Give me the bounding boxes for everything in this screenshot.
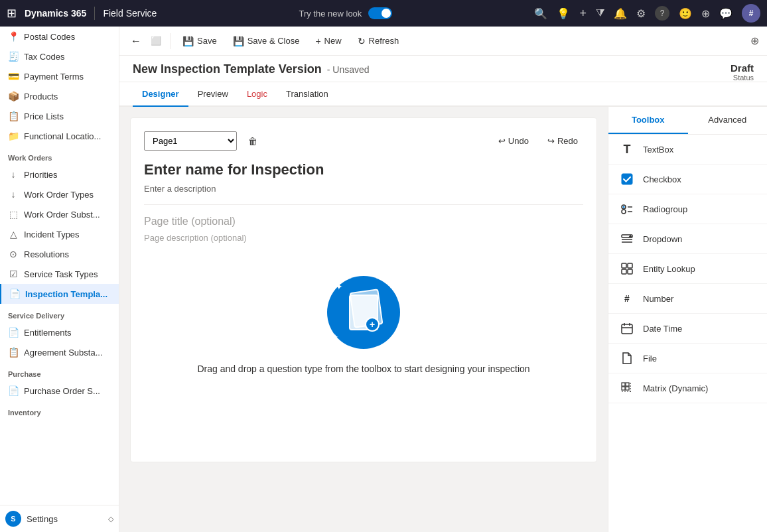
delete-page-button[interactable]: 🗑 [242,132,263,151]
sidebar-item-payment-terms[interactable]: 💳 Payment Terms [0,66,119,86]
sidebar-item-tax-codes[interactable]: 🧾 Tax Codes [0,46,119,66]
undo-button[interactable]: ↩ Undo [493,133,534,149]
date-time-icon [619,320,635,336]
sidebar-item-postal-codes[interactable]: 📍 Postal Codes [0,27,119,46]
topbar-divider [94,7,95,20]
redo-button[interactable]: ↪ Redo [542,133,583,149]
sidebar-item-agreement-subst[interactable]: 📋 Agreement Substa... [0,342,119,362]
sidebar-item-incident-types[interactable]: △ Incident Types [0,224,119,244]
status-sublabel: Status [731,74,754,82]
plus-badge: + [365,317,380,332]
toolbox-panel: Toolbox Advanced T TextBox Checkbox [608,107,767,532]
work-order-types-icon: ↓ [8,189,19,200]
gear-icon[interactable]: ⚙ [636,7,646,20]
chat-icon[interactable]: 💬 [719,7,732,20]
new-button[interactable]: + New [309,33,348,50]
inspection-templates-icon: 📄 [9,289,20,299]
lightbulb-icon[interactable]: 💡 [557,7,570,20]
designer-area: Page1 🗑 ↩ Undo ↪ Redo [119,107,767,532]
sparkle-tl: ✦ [335,281,343,292]
refresh-button[interactable]: ↻ Refresh [351,33,406,50]
functional-locations-icon: 📁 [8,131,19,141]
canvas-inner: Page1 🗑 ↩ Undo ↪ Redo [130,117,597,462]
plus-icon[interactable]: + [579,7,587,21]
topbar-center: Try the new look [165,7,526,19]
purchase-order-icon: 📄 [8,385,19,396]
textbox-icon: T [619,141,635,157]
matrix-dynamic-label: Matrix (Dynamic) [643,383,708,393]
number-label: Number [643,294,673,304]
toolbox-tabs: Toolbox Advanced [608,107,767,135]
toolbox-item-textbox[interactable]: T TextBox [608,135,767,165]
sidebar-item-entitlements[interactable]: 📄 Entitlements [0,322,119,342]
maximize-button[interactable]: ⬜ [147,33,165,49]
search-icon[interactable]: 🔍 [534,7,547,20]
sidebar-item-inspection-templates[interactable]: 📄 Inspection Templa... [0,284,119,304]
toolbox-item-radiogroup[interactable]: Radiogroup [608,194,767,224]
sidebar: 📍 Postal Codes 🧾 Tax Codes 💳 Payment Ter… [0,27,119,532]
new-look-toggle[interactable] [368,7,392,19]
sidebar-item-resolutions[interactable]: ⊙ Resolutions [0,244,119,264]
sidebar-item-work-order-types[interactable]: ↓ Work Order Types [0,184,119,204]
filter-icon[interactable]: ⧩ [596,7,604,19]
tab-preview[interactable]: Preview [188,82,238,107]
toolbox-item-file[interactable]: File [608,344,767,373]
toolbar: ← ⬜ 💾 Save 💾 Save & Close + New ↻ Refres… [119,27,767,56]
svg-rect-10 [622,263,626,268]
toolbox-tab-toolbox[interactable]: Toolbox [608,107,688,134]
radiogroup-label: Radiogroup [643,204,687,214]
page-title-optional[interactable]: Page title (optional) [144,216,583,228]
question-icon[interactable]: ? [655,6,669,21]
svg-rect-14 [622,324,632,334]
help2-icon[interactable]: ⊕ [701,7,710,20]
avatar[interactable]: # [742,4,760,23]
toolbox-item-checkbox[interactable]: Checkbox [608,165,767,194]
settings-label: Settings [27,514,58,524]
settings-chevron: ◇ [108,515,113,523]
payment-terms-icon: 💳 [8,71,19,82]
file-label: File [643,354,657,364]
back-button[interactable]: ← [127,32,145,50]
save-close-button[interactable]: 💾 Save & Close [226,33,307,50]
undo-redo-group: ↩ Undo ↪ Redo [493,133,583,149]
toolbox-item-number[interactable]: # Number [608,284,767,314]
sidebar-item-priorities[interactable]: ↓ Priorities [0,165,119,184]
dropdown-label: Dropdown [643,234,682,244]
settings-row[interactable]: S Settings ◇ [0,505,119,532]
save-icon: 💾 [182,36,194,46]
sidebar-item-functional-locations[interactable]: 📁 Functional Locatio... [0,126,119,146]
tab-logic[interactable]: Logic [238,82,277,107]
sidebar-item-purchase-order-s[interactable]: 📄 Purchase Order S... [0,381,119,401]
toolbox-item-entity-lookup[interactable]: Entity Lookup [608,254,767,284]
svg-rect-11 [628,263,632,268]
sidebar-item-price-lists[interactable]: 📋 Price Lists [0,106,119,126]
refresh-icon: ↻ [358,36,366,46]
toolbox-item-date-time[interactable]: Date Time [608,314,767,344]
new-icon: + [315,36,320,46]
sidebar-item-service-task-types[interactable]: ☑ Service Task Types [0,264,119,284]
inspection-desc-input[interactable]: Enter a description [144,184,583,194]
inspection-title-input[interactable]: Enter name for Inspection [144,161,583,178]
tab-designer[interactable]: Designer [133,82,188,107]
bell-icon[interactable]: 🔔 [614,7,627,20]
tax-codes-icon: 🧾 [8,51,19,62]
extra-icon[interactable]: ⊕ [750,34,759,47]
section-service-delivery: Service Delivery [0,304,119,322]
svg-rect-19 [626,383,629,386]
toolbox-item-matrix-dynamic[interactable]: Matrix (Dynamic) [608,373,767,403]
save-close-icon: 💾 [233,36,244,46]
smiley-icon[interactable]: 🙂 [679,7,692,20]
sidebar-item-products[interactable]: 📦 Products [0,86,119,106]
sparkle-bl: ✦ [331,332,339,342]
toolbox-item-dropdown[interactable]: Dropdown [608,224,767,254]
status-label: Draft [731,62,754,74]
section-inventory: Inventory [0,401,119,419]
toolbox-tab-advanced[interactable]: Advanced [688,107,768,134]
page-selector[interactable]: Page1 [144,131,237,151]
tab-translation[interactable]: Translation [277,82,338,107]
entity-lookup-icon [619,261,635,277]
app-grid-icon[interactable]: ⊞ [7,6,17,21]
save-button[interactable]: 💾 Save [176,33,224,50]
sidebar-item-work-order-subst[interactable]: ⬚ Work Order Subst... [0,204,119,224]
page-desc-optional[interactable]: Page description (optional) [144,233,583,243]
